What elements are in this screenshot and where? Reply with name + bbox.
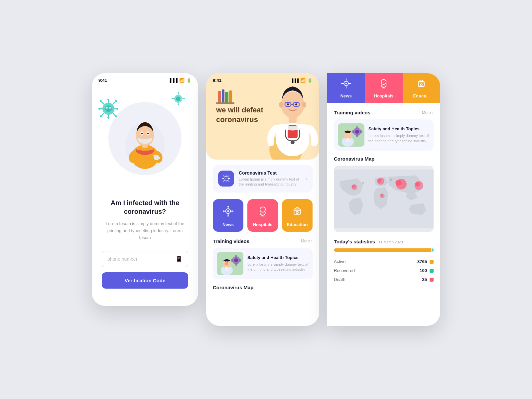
svg-point-9 (116, 108, 118, 110)
education-icon (292, 206, 303, 219)
video-card[interactable]: Safety and Health Topics Lorem Ipsum is … (213, 248, 313, 279)
news-icon (223, 206, 233, 219)
virus-test-icon (222, 174, 230, 183)
tab-hospitals-label: Hospitals (374, 93, 394, 98)
svg-point-23 (178, 92, 179, 93)
svg-point-139 (362, 182, 364, 184)
status-icons-2: ▐▐▐ 📶 🔋 (291, 78, 313, 83)
test-card[interactable]: Coronavirus Test Lorem Ipsum is simply d… (213, 165, 313, 193)
svg-point-1 (105, 105, 112, 112)
svg-rect-38 (218, 91, 221, 103)
svg-point-129 (395, 180, 401, 186)
stats-bar (334, 248, 434, 252)
svg-rect-40 (225, 92, 228, 103)
stat-dot-death (430, 278, 434, 282)
svg-point-67 (229, 181, 229, 182)
status-icons-1: ▐▐▐ 📶 🔋 (168, 78, 192, 83)
tab-news[interactable]: News (327, 73, 365, 103)
svg-point-18 (106, 107, 108, 109)
svg-point-19 (109, 107, 111, 109)
svg-point-100 (239, 259, 241, 262)
category-education[interactable]: Education (282, 199, 313, 232)
stat-value-active: 8765 (417, 259, 427, 264)
video-title: Safety and Health Topics (247, 255, 309, 260)
svg-point-83 (227, 210, 229, 212)
tab-news-icon (341, 78, 351, 91)
screen3-body: Training videos More › (327, 103, 440, 291)
svg-point-131 (377, 179, 381, 183)
stat-label-recovered: Recovered (334, 268, 355, 273)
svg-point-21 (176, 96, 180, 101)
svg-point-99 (231, 259, 233, 262)
stat-dot-recovered (430, 269, 434, 273)
time-1: 9:41 (98, 78, 107, 83)
svg-point-37 (147, 133, 149, 134)
svg-point-125 (352, 130, 354, 133)
stat-value-recovered: 100 (420, 268, 427, 273)
video-thumbnail (217, 252, 243, 275)
category-hospitals[interactable]: Hospitals (247, 199, 278, 232)
tab-education[interactable]: Educa... (403, 73, 440, 103)
svg-point-97 (235, 255, 237, 258)
training-video-card[interactable]: Safety and Health Topics Lorem Ipsum is … (334, 119, 434, 151)
stats-header: Today's statistics 11 March 2020 (334, 239, 434, 244)
test-icon-wrap (218, 171, 234, 187)
more-btn-3[interactable]: More › (422, 110, 434, 115)
tab-news-label: News (340, 93, 352, 98)
phone-screen-2: 9:41 ▐▐▐ 📶 🔋 (206, 73, 319, 326)
header-content: 9:41 ▐▐▐ 📶 🔋 (213, 78, 313, 124)
screens-container: 9:41 ▐▐▐ 📶 🔋 (92, 73, 440, 326)
svg-point-55 (224, 176, 228, 181)
screen2-body: Coronavirus Test Lorem Ipsum is simply d… (206, 160, 319, 296)
svg-point-75 (227, 206, 229, 207)
svg-point-133 (415, 182, 420, 187)
phone-screen-3: News Hospitals (327, 73, 440, 326)
svg-point-94 (225, 262, 228, 265)
time-2: 9:41 (213, 78, 221, 83)
svg-point-116 (420, 84, 422, 86)
svg-point-104 (345, 87, 346, 88)
verify-button[interactable]: Verification Code (102, 272, 188, 289)
tab-hospitals[interactable]: Hospitals (365, 73, 402, 103)
svg-point-36 (141, 133, 143, 134)
test-card-arrow-icon: › (305, 175, 307, 182)
stat-value-wrap-death: 25 (422, 277, 434, 282)
wifi-icon-2: 📶 (300, 78, 306, 83)
svg-point-126 (360, 130, 362, 133)
svg-point-71 (223, 181, 223, 182)
more-btn[interactable]: More › (301, 239, 313, 243)
svg-line-10 (102, 102, 104, 104)
world-map-svg (334, 166, 434, 232)
map-section-title: Coronavirus Map (213, 285, 313, 290)
svg-point-17 (100, 115, 102, 117)
category-news[interactable]: News (213, 199, 243, 232)
svg-line-68 (228, 176, 229, 177)
signal-icon: ▐▐▐ (168, 78, 178, 83)
phone-input-wrap[interactable]: 📱 (102, 251, 188, 267)
category-hospitals-label: Hospitals (253, 222, 273, 227)
stat-row-recovered: Recovered 100 (334, 266, 434, 275)
svg-point-137 (380, 194, 383, 197)
svg-line-14 (113, 102, 115, 104)
stat-value-death: 25 (422, 277, 427, 282)
svg-point-106 (341, 83, 342, 84)
svg-point-111 (381, 79, 386, 84)
svg-point-7 (98, 108, 100, 110)
map-container (334, 166, 434, 232)
battery-icon-2: 🔋 (307, 78, 313, 83)
phone-input[interactable] (107, 256, 175, 262)
virus-icon-left (98, 99, 118, 120)
status-bar-2: 9:41 ▐▐▐ 📶 🔋 (213, 78, 313, 85)
test-card-text: Coronavirus Test Lorem Ipsum is simply d… (239, 170, 301, 187)
svg-point-5 (107, 117, 109, 119)
tv-info: Safety and Health Topics Lorem Ipsum is … (368, 126, 430, 144)
category-grid: News Hospitals (213, 199, 313, 232)
stat-row-death: Death 25 (334, 275, 434, 284)
stat-dot-active (430, 260, 434, 264)
svg-rect-42 (216, 102, 234, 104)
svg-point-81 (232, 210, 233, 212)
training-section-header-3: Training videos More › (334, 110, 434, 115)
tab-education-label: Educa... (413, 93, 430, 98)
svg-point-124 (356, 134, 358, 137)
svg-line-66 (228, 181, 229, 181)
